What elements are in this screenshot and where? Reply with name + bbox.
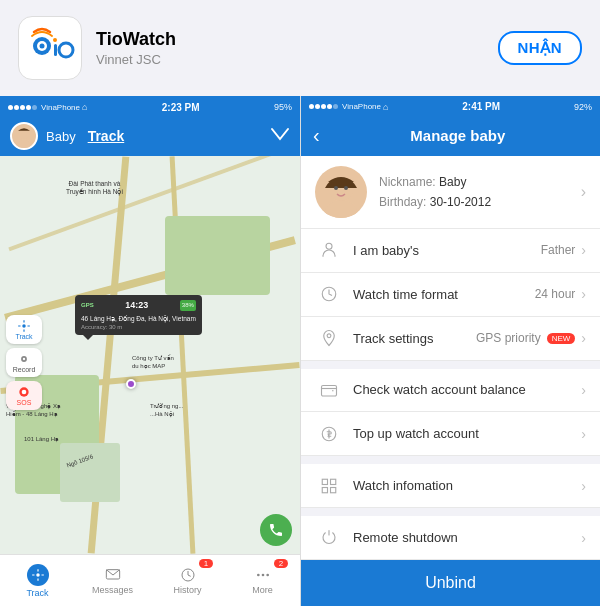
signal-dots2 bbox=[309, 104, 338, 109]
wallet-icon bbox=[315, 376, 343, 404]
more-badge: 2 bbox=[274, 559, 288, 568]
phone1-navbar: Baby Track bbox=[0, 116, 300, 156]
unbind-container: Unbind bbox=[301, 560, 600, 606]
menu-topup[interactable]: Top up watch account › bbox=[301, 412, 600, 456]
svg-point-11 bbox=[23, 358, 25, 360]
history-icon bbox=[180, 567, 196, 583]
menu-tracksettings[interactable]: Track settings GPS priority NEW › bbox=[301, 317, 600, 361]
more-icon bbox=[255, 567, 271, 583]
dot5 bbox=[333, 104, 338, 109]
call-button[interactable] bbox=[260, 514, 292, 546]
phone2-navbar: ‹ Manage baby bbox=[301, 116, 600, 156]
timeformat-value: 24 hour bbox=[535, 287, 576, 301]
map-area[interactable]: Đài Phát thanh vàTruyền hình Hà Nội Công… bbox=[0, 156, 300, 554]
app-info: TioWatch Vinnet JSC bbox=[96, 29, 484, 67]
app-icon bbox=[18, 16, 82, 80]
topup-text: Top up watch account bbox=[353, 426, 581, 441]
nav-history[interactable]: 1 History bbox=[150, 555, 225, 606]
map-sidebar: Track Record SOS bbox=[6, 315, 42, 410]
svg-point-20 bbox=[323, 200, 359, 218]
status-left2: VinaPhone ⌂ bbox=[309, 102, 388, 112]
nav-more[interactable]: 2 More bbox=[225, 555, 300, 606]
unbind-button[interactable]: Unbind bbox=[301, 560, 600, 606]
clock-icon bbox=[315, 280, 343, 308]
svg-point-3 bbox=[40, 44, 45, 49]
menu-checkbalance[interactable]: Check watch account balance › bbox=[301, 369, 600, 413]
svg-point-17 bbox=[257, 573, 260, 576]
messages-icon bbox=[104, 567, 122, 583]
menu-shutdown[interactable]: Remote shutdown › bbox=[301, 516, 600, 560]
dot3 bbox=[20, 105, 25, 110]
track-nav-icon bbox=[27, 564, 49, 586]
gps-info-bubble: GPS 14:23 38% 46 Láng Hạ, Đống Đa, Hà Nộ… bbox=[75, 295, 202, 335]
back-button[interactable]: ‹ bbox=[313, 124, 320, 147]
dot3 bbox=[321, 104, 326, 109]
location-icon bbox=[315, 324, 343, 352]
status-left: VinaPhone ⌂ bbox=[8, 102, 87, 112]
gps-time: 14:23 bbox=[125, 299, 148, 312]
checkbalance-text: Check watch account balance bbox=[353, 382, 581, 397]
iambaby-chevron: › bbox=[581, 242, 586, 258]
tracksettings-text: Track settings bbox=[353, 331, 476, 346]
topup-chevron: › bbox=[581, 426, 586, 442]
nav-messages[interactable]: Messages bbox=[75, 555, 150, 606]
track-label[interactable]: Track bbox=[88, 128, 125, 144]
map-label-truong: Trường ng......Hà Nội bbox=[150, 403, 183, 419]
carrier2: VinaPhone bbox=[342, 102, 381, 111]
svg-point-18 bbox=[261, 573, 264, 576]
menu-iambaby[interactable]: I am baby's Father › bbox=[301, 229, 600, 273]
gps-battery: 38% bbox=[180, 300, 196, 310]
svg-point-19 bbox=[266, 573, 269, 576]
svg-rect-4 bbox=[53, 38, 57, 42]
nav-right-icon bbox=[270, 127, 290, 145]
status-right2: 92% bbox=[574, 102, 592, 112]
svg-point-23 bbox=[344, 186, 348, 190]
map-label-1: Đài Phát thanh vàTruyền hình Hà Nội bbox=[66, 180, 123, 197]
download-button[interactable]: NHẬN bbox=[498, 31, 583, 65]
phone1-frame: VinaPhone ⌂ 2:23 PM 95% Baby Track bbox=[0, 96, 300, 606]
history-nav-label: History bbox=[173, 585, 201, 595]
more-nav-label: More bbox=[252, 585, 273, 595]
sos-sidebar-btn[interactable]: SOS bbox=[6, 381, 42, 410]
messages-nav-label: Messages bbox=[92, 585, 133, 595]
svg-rect-5 bbox=[54, 44, 57, 56]
app-name: TioWatch bbox=[96, 29, 484, 50]
svg-point-26 bbox=[327, 334, 331, 338]
nickname-row: Nickname: Baby bbox=[379, 172, 581, 192]
watchinfo-chevron: › bbox=[581, 478, 586, 494]
map-label-2: Công ty Tư vấndu học MAP bbox=[132, 355, 174, 371]
menu-watchinfo[interactable]: Watch infomation › bbox=[301, 464, 600, 508]
map-label-4: 101 Láng Hạ bbox=[24, 435, 59, 442]
location-dot bbox=[126, 379, 136, 389]
time2: 2:41 PM bbox=[462, 101, 500, 112]
profile-chevron: › bbox=[581, 183, 586, 201]
tracksettings-chevron: › bbox=[581, 330, 586, 346]
history-badge: 1 bbox=[199, 559, 213, 568]
manage-title: Manage baby bbox=[328, 127, 588, 144]
dot1 bbox=[309, 104, 314, 109]
phone2-status-bar: VinaPhone ⌂ 2:41 PM 92% bbox=[301, 96, 600, 116]
profile-section[interactable]: Nickname: Baby Birthday: 30-10-2012 › bbox=[301, 156, 600, 229]
menu-timeformat[interactable]: Watch time format 24 hour › bbox=[301, 273, 600, 317]
record-sidebar-btn[interactable]: Record bbox=[6, 348, 42, 377]
time1: 2:23 PM bbox=[162, 102, 200, 113]
menu-sep2 bbox=[301, 456, 600, 464]
svg-point-14 bbox=[36, 573, 40, 577]
track-btn-label: Track bbox=[15, 333, 32, 340]
track-sidebar-btn[interactable]: Track bbox=[6, 315, 42, 344]
carrier1: VinaPhone bbox=[41, 103, 80, 112]
baby-label: Baby bbox=[46, 129, 76, 144]
birthday-label: Birthday: bbox=[379, 195, 430, 209]
nav-track[interactable]: Track bbox=[0, 555, 75, 606]
screenshots-row: VinaPhone ⌂ 2:23 PM 95% Baby Track bbox=[0, 96, 600, 606]
nickname-value: Baby bbox=[439, 175, 466, 189]
dot4 bbox=[327, 104, 332, 109]
iambaby-text: I am baby's bbox=[353, 243, 541, 258]
timeformat-chevron: › bbox=[581, 286, 586, 302]
svg-rect-27 bbox=[322, 385, 337, 396]
dot5 bbox=[32, 105, 37, 110]
location-pin bbox=[126, 379, 140, 393]
dot2 bbox=[14, 105, 19, 110]
power-icon bbox=[315, 524, 343, 552]
profile-info: Nickname: Baby Birthday: 30-10-2012 bbox=[379, 172, 581, 213]
